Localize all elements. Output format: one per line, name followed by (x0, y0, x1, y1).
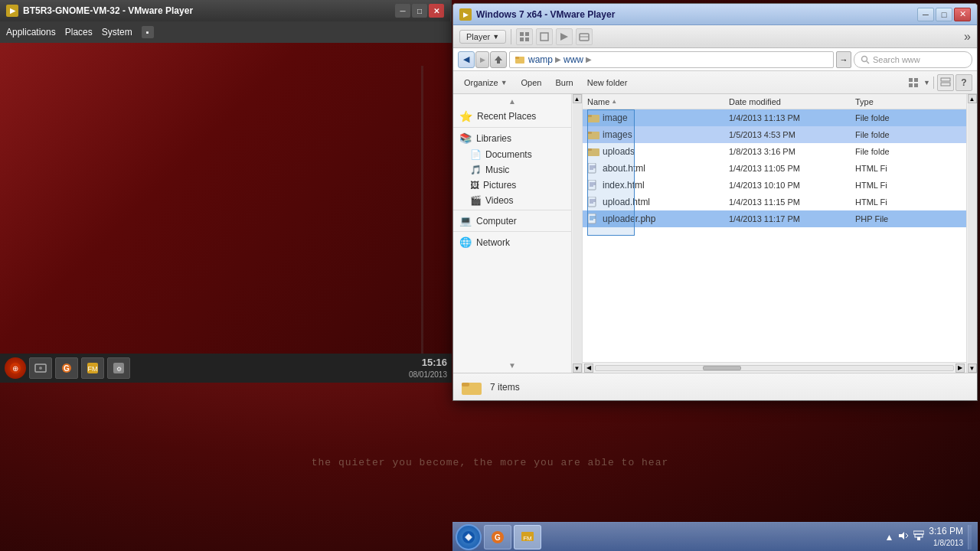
sidebar-item-music[interactable]: 🎵 Music (453, 162, 571, 178)
tray-show-desktop[interactable] (968, 525, 972, 549)
win7-taskbar-btn1[interactable]: G (484, 525, 511, 549)
win7-start-btn[interactable] (456, 524, 482, 550)
status-bar: 7 items (453, 373, 977, 400)
vm-gnome-places[interactable]: Places (65, 27, 93, 37)
svg-text:⚙: ⚙ (116, 366, 122, 373)
file-row-2[interactable]: uploads 1/8/2013 3:16 PM File folde (583, 143, 966, 160)
sidebar-item-videos[interactable]: 🎬 Videos (453, 193, 571, 208)
vm-gnome-applications[interactable]: Applications (6, 27, 56, 37)
sidebar-item-recent-places[interactable]: ⭐ Recent Places (453, 107, 571, 126)
help-btn[interactable]: ? (956, 74, 972, 91)
linux-taskbar-btn2[interactable]: G (55, 357, 78, 379)
vm-bg-close[interactable]: ✕ (429, 4, 444, 18)
vm-guest: Applications Places System ▪ (0, 21, 452, 381)
nav-forward-btn[interactable]: ▶ (475, 51, 489, 68)
win7-controls[interactable]: ─ □ ✕ (917, 8, 971, 21)
svg-rect-23 (525, 37, 529, 41)
win7-title: Windows 7 x64 - VMware Player (476, 9, 917, 20)
column-headers: Name ▲ Date modified Type (583, 94, 966, 109)
file-row-1[interactable]: images 1/5/2013 4:53 PM File folde (583, 126, 966, 143)
hscroll-left-btn[interactable]: ◀ (584, 364, 593, 373)
sidebar-scroll-up[interactable]: ▲ (453, 96, 571, 107)
vm-bg-controls[interactable]: ─ □ ✕ (395, 4, 444, 18)
sidebar-item-network[interactable]: 🌐 Network (453, 233, 571, 251)
burn-btn[interactable]: Burn (549, 76, 579, 90)
sidebar-item-pictures[interactable]: 🖼 Pictures (453, 178, 571, 193)
linux-start-btn[interactable]: ⊕ (5, 357, 26, 379)
sidebar-scrollbar[interactable]: ▲ ▼ (572, 94, 583, 373)
win7-clock[interactable]: 3:16 PM 1/8/2013 (929, 526, 963, 548)
file-row-5[interactable]: upload.html 1/4/2013 11:15 PM HTML Fi (583, 194, 966, 210)
vmware-icon1[interactable] (516, 28, 533, 45)
svg-rect-73 (915, 534, 923, 537)
sidebar-scroll-up-btn[interactable]: ▲ (573, 94, 582, 103)
col-name-header[interactable]: Name ▲ (584, 97, 726, 106)
vscroll-up-btn[interactable]: ▲ (968, 94, 977, 103)
nav-up-btn[interactable] (490, 51, 507, 68)
file-row-3[interactable]: about.html 1/4/2013 11:05 PM HTML Fi (583, 160, 966, 177)
win7-taskbar-btn2[interactable]: FM (514, 525, 541, 549)
open-btn[interactable]: Open (515, 76, 548, 90)
svg-rect-36 (914, 83, 918, 87)
sidebar-scroll-down[interactable]: ▼ (453, 360, 571, 371)
win7-tray: ▲ 3:16 PM 1/8/2013 (881, 525, 975, 549)
explorer-content: ◀ ▶ wamp ▶ www ▶ → (453, 48, 977, 400)
organize-btn[interactable]: Organize ▼ (458, 76, 514, 90)
address-go-btn[interactable]: → (836, 51, 851, 68)
win7-restore-btn[interactable]: □ (936, 8, 952, 21)
tray-icon-sound[interactable] (898, 530, 909, 543)
details-pane-btn[interactable] (937, 74, 954, 91)
svg-marker-28 (495, 56, 502, 64)
tray-hide-btn[interactable]: ▲ (884, 532, 893, 543)
vm-bg-restore[interactable]: □ (412, 4, 427, 18)
svg-text:G: G (64, 364, 70, 373)
svg-rect-74 (913, 531, 924, 534)
linux-taskbar-btn3[interactable]: FM (81, 357, 104, 379)
col-type-header[interactable]: Type (852, 97, 965, 106)
view-btn1[interactable] (905, 74, 922, 91)
svg-rect-22 (520, 37, 524, 41)
search-box[interactable]: Search www (854, 51, 972, 68)
hscroll-track[interactable] (595, 365, 954, 371)
vm-bg-minimize[interactable]: ─ (395, 4, 410, 18)
tray-icon-network[interactable] (913, 530, 924, 543)
address-bar: ◀ ▶ wamp ▶ www ▶ → (453, 48, 977, 71)
vm-bg-title: BT5R3-GNOME-VM-32 - VMware Player (23, 5, 193, 16)
col-date-header[interactable]: Date modified (726, 97, 852, 106)
sidebar-divider2 (453, 210, 571, 210)
vmware-icon3[interactable] (556, 28, 573, 45)
path-root[interactable]: wamp (528, 54, 553, 65)
explorer-toolbar: Organize ▼ Open Burn New folder ▼ (453, 71, 977, 94)
vmware-icon2[interactable] (536, 28, 553, 45)
new-folder-btn[interactable]: New folder (581, 76, 634, 90)
win7-close-btn[interactable]: ✕ (954, 8, 971, 21)
sidebar-scroll-down-btn[interactable]: ▼ (573, 364, 582, 373)
sidebar-item-computer[interactable]: 💻 Computer (453, 212, 571, 230)
sidebar-item-documents[interactable]: 📄 Documents (453, 147, 571, 162)
address-path[interactable]: wamp ▶ www ▶ (509, 51, 834, 68)
vscroll-down-btn[interactable]: ▼ (968, 364, 977, 373)
svg-rect-37 (941, 78, 950, 81)
svg-rect-35 (909, 83, 913, 87)
vm-gnome-terminal[interactable]: ▪ (142, 26, 154, 38)
file-row-4[interactable]: index.html 1/4/2013 10:10 PM HTML Fi (583, 177, 966, 194)
vmware-player-btn[interactable]: Player ▼ (459, 30, 506, 44)
file-row-6[interactable]: uploader.php 1/4/2013 11:17 PM PHP File (583, 210, 966, 227)
hscroll-thumb[interactable] (703, 366, 741, 370)
svg-rect-72 (917, 537, 920, 540)
hscroll-bar[interactable]: ◀ ▶ (583, 362, 966, 373)
sidebar-item-libraries[interactable]: 📚 Libraries (453, 129, 571, 147)
vm-gnome-system[interactable]: System (102, 27, 132, 37)
file-row-0[interactable]: image 1/4/2013 11:13 PM File folde (583, 109, 966, 126)
hscroll-right-btn[interactable]: ▶ (956, 364, 965, 373)
win7-minimize-btn[interactable]: ─ (917, 8, 934, 21)
win7-icon: ▶ (459, 8, 472, 21)
file-list-scrollbar[interactable]: ▲ ▼ (966, 94, 977, 373)
linux-taskbar-btn4[interactable]: ⚙ (107, 357, 130, 379)
svg-point-64 (466, 535, 471, 540)
vmware-icon4[interactable] (576, 28, 593, 45)
vmware-expand[interactable]: » (964, 30, 971, 44)
nav-back-btn[interactable]: ◀ (458, 51, 475, 68)
linux-taskbar-btn1[interactable] (29, 357, 52, 379)
path-child[interactable]: www (564, 54, 583, 65)
